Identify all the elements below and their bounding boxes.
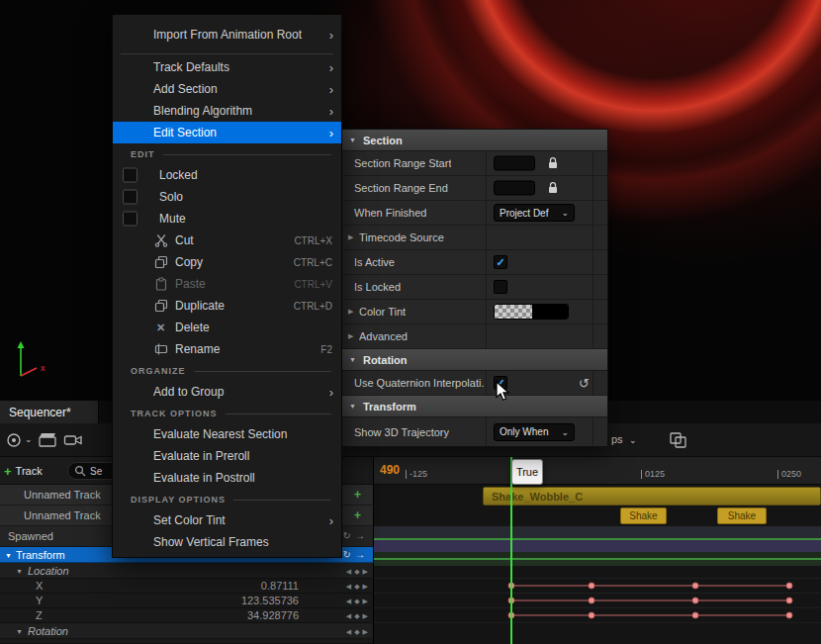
- channel-group-location[interactable]: ▼ Location ◀ ◆ ▶: [0, 563, 374, 579]
- next-key-icon[interactable]: ▶: [363, 583, 368, 590]
- range-end-input[interactable]: [494, 181, 535, 196]
- menu-item-solo[interactable]: Solo: [113, 186, 341, 208]
- row-advanced[interactable]: ▶ Advanced: [342, 324, 607, 349]
- collapse-icon[interactable]: ▼: [349, 137, 356, 143]
- prev-key-icon[interactable]: ◀: [346, 567, 351, 574]
- add-key-icon[interactable]: ◆: [354, 583, 359, 590]
- menu-item-evaluate-in-preroll[interactable]: Evaluate in Preroll: [113, 445, 341, 467]
- menu-item-locked[interactable]: Locked: [113, 164, 341, 186]
- keyframe-nav[interactable]: ◀ ◆ ▶: [346, 598, 368, 604]
- menu-item-blending-algorithm[interactable]: Blending Algorithm ›: [113, 100, 341, 122]
- mute-checkbox[interactable]: [123, 212, 137, 227]
- collapse-icon[interactable]: ▼: [349, 356, 356, 363]
- add-track-button[interactable]: + Track: [4, 461, 43, 481]
- menu-item-track-defaults[interactable]: Track Defaults ›: [113, 56, 341, 78]
- add-key-icon[interactable]: ◆: [354, 567, 359, 574]
- tab-sequencer[interactable]: Sequencer*: [0, 401, 99, 423]
- keyframe-nav[interactable]: ◀ ◆ ▶: [346, 612, 368, 619]
- add-key-icon[interactable]: ◆: [354, 598, 359, 604]
- menu-item-rename[interactable]: Rename F2: [113, 338, 341, 360]
- add-section-icon[interactable]: +: [354, 489, 361, 501]
- color-tint-swatch[interactable]: [494, 304, 569, 320]
- create-camera-icon[interactable]: [63, 431, 83, 449]
- is-locked-checkbox[interactable]: [494, 280, 507, 294]
- menu-item-add-to-group[interactable]: Add to Group ›: [113, 381, 341, 403]
- next-key-icon[interactable]: ▶: [363, 612, 368, 619]
- keyframe[interactable]: [692, 598, 699, 604]
- menu-item-evaluate-in-postroll[interactable]: Evaluate in Postroll: [113, 467, 341, 489]
- section-shake-1[interactable]: Shake: [620, 507, 667, 524]
- channel-row-y[interactable]: Y 123.535736 ◀ ◆ ▶: [0, 594, 374, 608]
- keyframe[interactable]: [589, 612, 595, 619]
- playhead[interactable]: [510, 457, 512, 644]
- add-key-icon[interactable]: ◆: [354, 612, 359, 619]
- options-caret-icon[interactable]: ⌄: [25, 434, 33, 444]
- curve-editor-icon[interactable]: [669, 431, 688, 449]
- loop-icon[interactable]: ↻: [343, 531, 351, 541]
- channel-group-rotation[interactable]: ▼ Rotation ◀ ◆ ▶: [0, 623, 374, 639]
- channel-value[interactable]: 123.535736: [241, 595, 299, 606]
- when-finished-dropdown[interactable]: Project Def ⌄: [494, 204, 575, 222]
- menu-item-evaluate-nearest-section[interactable]: Evaluate Nearest Section: [113, 423, 341, 445]
- is-active-checkbox[interactable]: ✓: [494, 255, 507, 269]
- category-rotation[interactable]: ▼ Rotation: [342, 349, 607, 371]
- loop-icon[interactable]: ↻: [343, 550, 351, 560]
- sequencer-options-icon[interactable]: [6, 432, 22, 448]
- channel-row-z[interactable]: Z 34.928776 ◀ ◆ ▶: [0, 608, 374, 623]
- reset-to-default-icon[interactable]: ↺: [579, 376, 590, 391]
- expand-icon[interactable]: ▶: [348, 332, 353, 340]
- row-timecode-source[interactable]: ▶ Timecode Source: [342, 226, 607, 250]
- timeline-area[interactable]: Shake_Wobble_C Shake Shake: [374, 485, 821, 644]
- render-movie-icon[interactable]: [38, 431, 57, 449]
- menu-item-edit-section[interactable]: Edit Section ›: [113, 122, 341, 143]
- expand-icon[interactable]: ▶: [348, 308, 353, 316]
- section-shake-wobble[interactable]: Shake_Wobble_C: [483, 487, 821, 506]
- prev-key-icon[interactable]: ◀: [346, 583, 351, 590]
- next-key-icon[interactable]: ▶: [363, 627, 368, 634]
- expand-icon[interactable]: ▶: [348, 233, 353, 241]
- keyframe[interactable]: [786, 612, 793, 619]
- lock-icon[interactable]: [547, 156, 559, 170]
- arrow-right-icon[interactable]: →: [355, 550, 365, 560]
- next-key-icon[interactable]: ▶: [363, 598, 368, 604]
- category-transform[interactable]: ▼ Transform: [342, 396, 607, 417]
- lock-icon[interactable]: [547, 181, 559, 195]
- keyframe[interactable]: [589, 583, 595, 590]
- menu-item-cut[interactable]: Cut CTRL+X: [113, 230, 341, 251]
- keyframe-nav[interactable]: ◀ ◆ ▶: [346, 583, 368, 590]
- menu-item-set-color-tint[interactable]: Set Color Tint ›: [113, 509, 341, 531]
- menu-item-paste[interactable]: Paste CTRL+V: [113, 273, 341, 295]
- add-key-icon[interactable]: ◆: [354, 627, 359, 634]
- channel-value[interactable]: 34.928776: [247, 609, 299, 621]
- menu-item-import-from-animation-root[interactable]: Import From Animation Root ›: [113, 24, 341, 46]
- menu-item-mute[interactable]: Mute: [113, 208, 341, 230]
- channel-row-x[interactable]: X 0.87111 ◀ ◆ ▶: [0, 579, 374, 594]
- fps-label[interactable]: ps: [611, 433, 623, 445]
- expander-icon[interactable]: ▼: [16, 567, 23, 574]
- solo-checkbox[interactable]: [123, 190, 137, 205]
- timeline-ruler[interactable]: 490 -125 0125 0250: [374, 457, 821, 485]
- locked-checkbox[interactable]: [123, 168, 137, 183]
- prev-key-icon[interactable]: ◀: [346, 598, 351, 604]
- keyframe[interactable]: [692, 583, 699, 590]
- channel-value[interactable]: 0.87111: [261, 580, 299, 592]
- next-key-icon[interactable]: ▶: [363, 567, 368, 574]
- prev-key-icon[interactable]: ◀: [346, 627, 351, 634]
- keyframe[interactable]: [692, 612, 699, 619]
- add-section-icon[interactable]: +: [354, 509, 361, 521]
- category-section[interactable]: ▼ Section: [342, 130, 607, 151]
- expander-icon[interactable]: ▼: [5, 551, 12, 558]
- collapse-icon[interactable]: ▼: [349, 403, 356, 410]
- menu-item-duplicate[interactable]: Duplicate CTRL+D: [113, 295, 341, 317]
- menu-item-show-vertical-frames[interactable]: Show Vertical Frames: [113, 531, 341, 553]
- keyframe-nav[interactable]: ◀ ◆ ▶: [346, 567, 368, 574]
- menu-item-copy[interactable]: Copy CTRL+C: [113, 251, 341, 273]
- prev-key-icon[interactable]: ◀: [346, 612, 351, 619]
- menu-item-add-section[interactable]: Add Section ›: [113, 78, 341, 100]
- menu-item-delete[interactable]: ✕ Delete: [113, 317, 341, 338]
- keyframe[interactable]: [589, 598, 595, 604]
- section-shake-2[interactable]: Shake: [717, 507, 767, 524]
- arrow-right-icon[interactable]: →: [355, 531, 365, 541]
- trajectory-dropdown[interactable]: Only When ⌄: [494, 423, 575, 441]
- fps-caret-icon[interactable]: ⌄: [629, 435, 637, 445]
